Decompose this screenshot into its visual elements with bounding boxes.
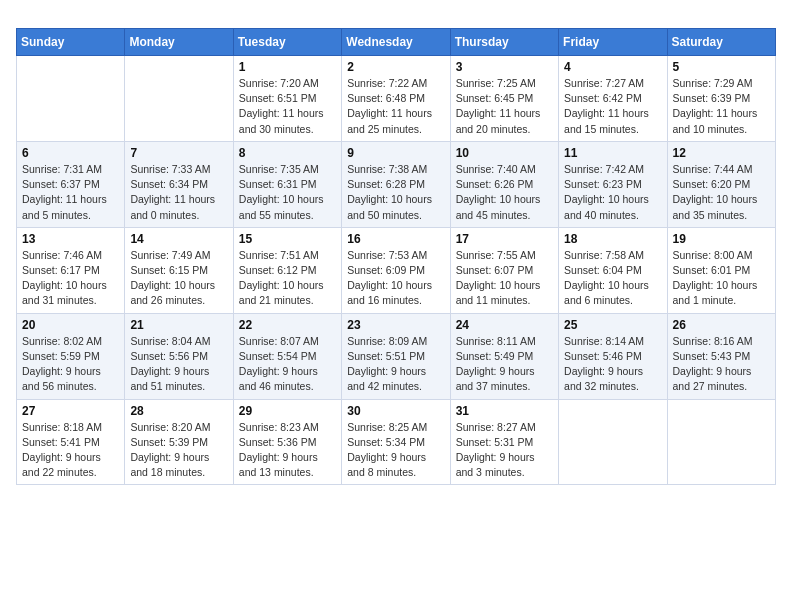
day-number: 10 bbox=[456, 146, 553, 160]
weekday-header-cell: Thursday bbox=[450, 29, 558, 56]
calendar-day-cell bbox=[559, 399, 667, 485]
day-number: 22 bbox=[239, 318, 336, 332]
weekday-header-cell: Sunday bbox=[17, 29, 125, 56]
day-number: 18 bbox=[564, 232, 661, 246]
day-detail: Sunrise: 7:29 AMSunset: 6:39 PMDaylight:… bbox=[673, 76, 770, 137]
day-number: 2 bbox=[347, 60, 444, 74]
day-detail: Sunrise: 7:42 AMSunset: 6:23 PMDaylight:… bbox=[564, 162, 661, 223]
day-detail: Sunrise: 7:55 AMSunset: 6:07 PMDaylight:… bbox=[456, 248, 553, 309]
calendar-day-cell: 20Sunrise: 8:02 AMSunset: 5:59 PMDayligh… bbox=[17, 313, 125, 399]
day-detail: Sunrise: 7:27 AMSunset: 6:42 PMDaylight:… bbox=[564, 76, 661, 137]
calendar-day-cell: 7Sunrise: 7:33 AMSunset: 6:34 PMDaylight… bbox=[125, 141, 233, 227]
calendar-day-cell bbox=[17, 56, 125, 142]
day-number: 19 bbox=[673, 232, 770, 246]
day-number: 20 bbox=[22, 318, 119, 332]
day-detail: Sunrise: 7:46 AMSunset: 6:17 PMDaylight:… bbox=[22, 248, 119, 309]
calendar-day-cell: 17Sunrise: 7:55 AMSunset: 6:07 PMDayligh… bbox=[450, 227, 558, 313]
day-detail: Sunrise: 8:11 AMSunset: 5:49 PMDaylight:… bbox=[456, 334, 553, 395]
day-detail: Sunrise: 7:25 AMSunset: 6:45 PMDaylight:… bbox=[456, 76, 553, 137]
day-number: 16 bbox=[347, 232, 444, 246]
day-detail: Sunrise: 8:16 AMSunset: 5:43 PMDaylight:… bbox=[673, 334, 770, 395]
day-number: 1 bbox=[239, 60, 336, 74]
weekday-header-cell: Saturday bbox=[667, 29, 775, 56]
day-detail: Sunrise: 8:04 AMSunset: 5:56 PMDaylight:… bbox=[130, 334, 227, 395]
weekday-header-cell: Monday bbox=[125, 29, 233, 56]
day-detail: Sunrise: 7:40 AMSunset: 6:26 PMDaylight:… bbox=[456, 162, 553, 223]
calendar-day-cell: 15Sunrise: 7:51 AMSunset: 6:12 PMDayligh… bbox=[233, 227, 341, 313]
day-number: 26 bbox=[673, 318, 770, 332]
calendar-day-cell: 8Sunrise: 7:35 AMSunset: 6:31 PMDaylight… bbox=[233, 141, 341, 227]
day-number: 4 bbox=[564, 60, 661, 74]
day-number: 8 bbox=[239, 146, 336, 160]
weekday-header-row: SundayMondayTuesdayWednesdayThursdayFrid… bbox=[17, 29, 776, 56]
calendar-week-row: 6Sunrise: 7:31 AMSunset: 6:37 PMDaylight… bbox=[17, 141, 776, 227]
calendar-day-cell: 30Sunrise: 8:25 AMSunset: 5:34 PMDayligh… bbox=[342, 399, 450, 485]
day-detail: Sunrise: 8:27 AMSunset: 5:31 PMDaylight:… bbox=[456, 420, 553, 481]
day-detail: Sunrise: 7:51 AMSunset: 6:12 PMDaylight:… bbox=[239, 248, 336, 309]
day-detail: Sunrise: 7:31 AMSunset: 6:37 PMDaylight:… bbox=[22, 162, 119, 223]
calendar-day-cell: 4Sunrise: 7:27 AMSunset: 6:42 PMDaylight… bbox=[559, 56, 667, 142]
day-detail: Sunrise: 8:00 AMSunset: 6:01 PMDaylight:… bbox=[673, 248, 770, 309]
day-detail: Sunrise: 7:33 AMSunset: 6:34 PMDaylight:… bbox=[130, 162, 227, 223]
calendar-day-cell: 24Sunrise: 8:11 AMSunset: 5:49 PMDayligh… bbox=[450, 313, 558, 399]
calendar-week-row: 13Sunrise: 7:46 AMSunset: 6:17 PMDayligh… bbox=[17, 227, 776, 313]
calendar-day-cell: 28Sunrise: 8:20 AMSunset: 5:39 PMDayligh… bbox=[125, 399, 233, 485]
day-detail: Sunrise: 7:22 AMSunset: 6:48 PMDaylight:… bbox=[347, 76, 444, 137]
day-detail: Sunrise: 7:49 AMSunset: 6:15 PMDaylight:… bbox=[130, 248, 227, 309]
day-number: 15 bbox=[239, 232, 336, 246]
calendar-day-cell: 11Sunrise: 7:42 AMSunset: 6:23 PMDayligh… bbox=[559, 141, 667, 227]
calendar-day-cell: 22Sunrise: 8:07 AMSunset: 5:54 PMDayligh… bbox=[233, 313, 341, 399]
calendar-day-cell: 26Sunrise: 8:16 AMSunset: 5:43 PMDayligh… bbox=[667, 313, 775, 399]
calendar-day-cell: 13Sunrise: 7:46 AMSunset: 6:17 PMDayligh… bbox=[17, 227, 125, 313]
day-number: 25 bbox=[564, 318, 661, 332]
day-number: 24 bbox=[456, 318, 553, 332]
calendar-week-row: 1Sunrise: 7:20 AMSunset: 6:51 PMDaylight… bbox=[17, 56, 776, 142]
calendar-day-cell bbox=[667, 399, 775, 485]
day-detail: Sunrise: 7:20 AMSunset: 6:51 PMDaylight:… bbox=[239, 76, 336, 137]
calendar-day-cell: 5Sunrise: 7:29 AMSunset: 6:39 PMDaylight… bbox=[667, 56, 775, 142]
day-detail: Sunrise: 8:02 AMSunset: 5:59 PMDaylight:… bbox=[22, 334, 119, 395]
day-number: 31 bbox=[456, 404, 553, 418]
weekday-header-cell: Wednesday bbox=[342, 29, 450, 56]
day-number: 6 bbox=[22, 146, 119, 160]
day-number: 30 bbox=[347, 404, 444, 418]
calendar-day-cell: 23Sunrise: 8:09 AMSunset: 5:51 PMDayligh… bbox=[342, 313, 450, 399]
calendar-day-cell: 16Sunrise: 7:53 AMSunset: 6:09 PMDayligh… bbox=[342, 227, 450, 313]
day-detail: Sunrise: 7:38 AMSunset: 6:28 PMDaylight:… bbox=[347, 162, 444, 223]
calendar-day-cell: 19Sunrise: 8:00 AMSunset: 6:01 PMDayligh… bbox=[667, 227, 775, 313]
day-number: 5 bbox=[673, 60, 770, 74]
calendar-day-cell: 6Sunrise: 7:31 AMSunset: 6:37 PMDaylight… bbox=[17, 141, 125, 227]
day-detail: Sunrise: 8:07 AMSunset: 5:54 PMDaylight:… bbox=[239, 334, 336, 395]
day-number: 28 bbox=[130, 404, 227, 418]
calendar-day-cell: 29Sunrise: 8:23 AMSunset: 5:36 PMDayligh… bbox=[233, 399, 341, 485]
weekday-header-cell: Tuesday bbox=[233, 29, 341, 56]
day-number: 21 bbox=[130, 318, 227, 332]
day-detail: Sunrise: 7:44 AMSunset: 6:20 PMDaylight:… bbox=[673, 162, 770, 223]
day-detail: Sunrise: 8:09 AMSunset: 5:51 PMDaylight:… bbox=[347, 334, 444, 395]
calendar-body: 1Sunrise: 7:20 AMSunset: 6:51 PMDaylight… bbox=[17, 56, 776, 485]
day-number: 11 bbox=[564, 146, 661, 160]
calendar-week-row: 20Sunrise: 8:02 AMSunset: 5:59 PMDayligh… bbox=[17, 313, 776, 399]
day-detail: Sunrise: 7:35 AMSunset: 6:31 PMDaylight:… bbox=[239, 162, 336, 223]
calendar-day-cell bbox=[125, 56, 233, 142]
day-number: 7 bbox=[130, 146, 227, 160]
day-detail: Sunrise: 7:53 AMSunset: 6:09 PMDaylight:… bbox=[347, 248, 444, 309]
calendar-day-cell: 3Sunrise: 7:25 AMSunset: 6:45 PMDaylight… bbox=[450, 56, 558, 142]
calendar-day-cell: 2Sunrise: 7:22 AMSunset: 6:48 PMDaylight… bbox=[342, 56, 450, 142]
day-detail: Sunrise: 7:58 AMSunset: 6:04 PMDaylight:… bbox=[564, 248, 661, 309]
weekday-header-cell: Friday bbox=[559, 29, 667, 56]
calendar-day-cell: 14Sunrise: 7:49 AMSunset: 6:15 PMDayligh… bbox=[125, 227, 233, 313]
day-number: 17 bbox=[456, 232, 553, 246]
day-number: 14 bbox=[130, 232, 227, 246]
day-detail: Sunrise: 8:18 AMSunset: 5:41 PMDaylight:… bbox=[22, 420, 119, 481]
day-detail: Sunrise: 8:25 AMSunset: 5:34 PMDaylight:… bbox=[347, 420, 444, 481]
calendar-day-cell: 1Sunrise: 7:20 AMSunset: 6:51 PMDaylight… bbox=[233, 56, 341, 142]
calendar-day-cell: 21Sunrise: 8:04 AMSunset: 5:56 PMDayligh… bbox=[125, 313, 233, 399]
day-number: 3 bbox=[456, 60, 553, 74]
day-number: 9 bbox=[347, 146, 444, 160]
calendar-day-cell: 31Sunrise: 8:27 AMSunset: 5:31 PMDayligh… bbox=[450, 399, 558, 485]
day-number: 27 bbox=[22, 404, 119, 418]
calendar-week-row: 27Sunrise: 8:18 AMSunset: 5:41 PMDayligh… bbox=[17, 399, 776, 485]
calendar-day-cell: 10Sunrise: 7:40 AMSunset: 6:26 PMDayligh… bbox=[450, 141, 558, 227]
calendar-day-cell: 18Sunrise: 7:58 AMSunset: 6:04 PMDayligh… bbox=[559, 227, 667, 313]
